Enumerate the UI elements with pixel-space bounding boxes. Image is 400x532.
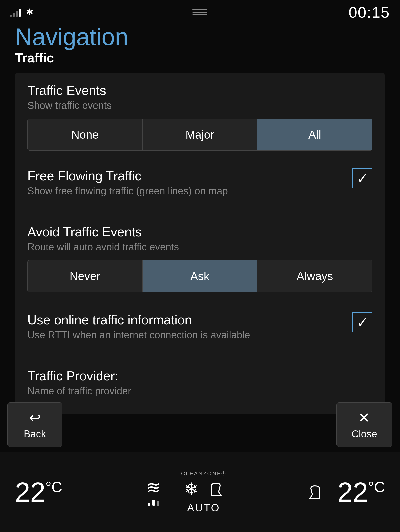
free-flowing-desc: Show free flowing traffic (green lines) … [28,186,345,197]
avoid-traffic-section: Avoid Traffic Events Route will auto avo… [15,214,385,302]
traffic-events-section: Traffic Events Show traffic events None … [15,73,385,158]
temp-left[interactable]: 22°C [15,478,62,506]
traffic-events-options: None Major All [28,119,372,151]
online-traffic-title: Use online traffic information [28,312,345,328]
back-button[interactable]: ↩ Back [8,402,62,447]
traffic-provider-desc: Name of traffic provider [28,386,372,397]
auto-zone[interactable]: CLEANZONE® ❄ AUTO [181,470,226,514]
free-flowing-checkmark: ✓ [357,172,368,186]
menu-handle[interactable] [192,9,208,16]
avoid-traffic-options: Never Ask Always [28,260,372,292]
page-title: Navigation [15,25,385,49]
traffic-option-major[interactable]: Major [143,119,258,150]
back-icon: ↩ [29,410,41,426]
svg-text:❄: ❄ [184,480,198,498]
cleanzone-label: CLEANZONE® [181,470,226,477]
avoid-traffic-desc: Route will auto avoid traffic events [28,242,372,253]
bottom-bar: ↩ Back ✕ Close [0,402,400,447]
online-traffic-checkmark: ✓ [357,316,368,330]
free-flowing-title: Free Flowing Traffic [28,168,345,184]
seat-icon [204,478,226,501]
back-label: Back [24,428,46,440]
traffic-option-none[interactable]: None [28,119,143,150]
status-bar: ✱ 00:15 [0,0,400,22]
avoid-option-never[interactable]: Never [28,260,143,292]
fan-level [148,500,160,506]
climate-center: ≋ CLEANZONE® ❄ AUTO [141,470,226,514]
auto-icon-group: ❄ [181,478,226,501]
traffic-events-desc: Show traffic events [28,100,372,111]
close-icon: ✕ [358,410,370,426]
climate-bar: 22°C ≋ CLEANZONE® ❄ [0,452,400,532]
page-header: Navigation Traffic [0,22,400,73]
avoid-traffic-title: Avoid Traffic Events [28,224,372,240]
page-subtitle: Traffic [15,50,385,66]
traffic-events-title: Traffic Events [28,83,372,98]
snowflake-icon: ❄ [181,480,201,500]
bluetooth-icon: ✱ [26,7,34,18]
temp-right[interactable]: 22°C [338,478,385,506]
avoid-option-ask[interactable]: Ask [143,260,258,292]
online-traffic-desc: Use RTTI when an internet connection is … [28,330,345,341]
status-time: 00:15 [349,4,390,21]
traffic-option-all[interactable]: All [258,119,372,150]
traffic-provider-title: Traffic Provider: [28,368,372,384]
seat-right-icon[interactable] [305,481,328,504]
online-traffic-row: Use online traffic information Use RTTI … [15,302,385,358]
online-traffic-checkbox[interactable]: ✓ [352,312,372,332]
fan-control[interactable]: ≋ [141,478,166,506]
avoid-option-always[interactable]: Always [258,260,372,292]
auto-label: AUTO [187,502,220,514]
signal-icon [10,8,21,17]
status-left: ✱ [10,7,34,18]
svg-text:≋: ≋ [146,478,161,497]
free-flowing-checkbox[interactable]: ✓ [352,168,372,188]
free-flowing-traffic-text: Free Flowing Traffic Show free flowing t… [28,168,345,204]
close-label: Close [352,428,377,440]
close-button[interactable]: ✕ Close [336,402,392,447]
fan-icon: ≋ [141,478,166,498]
online-traffic-text: Use online traffic information Use RTTI … [28,312,345,348]
content-area: Traffic Events Show traffic events None … [15,73,385,414]
free-flowing-traffic-row: Free Flowing Traffic Show free flowing t… [15,158,385,214]
